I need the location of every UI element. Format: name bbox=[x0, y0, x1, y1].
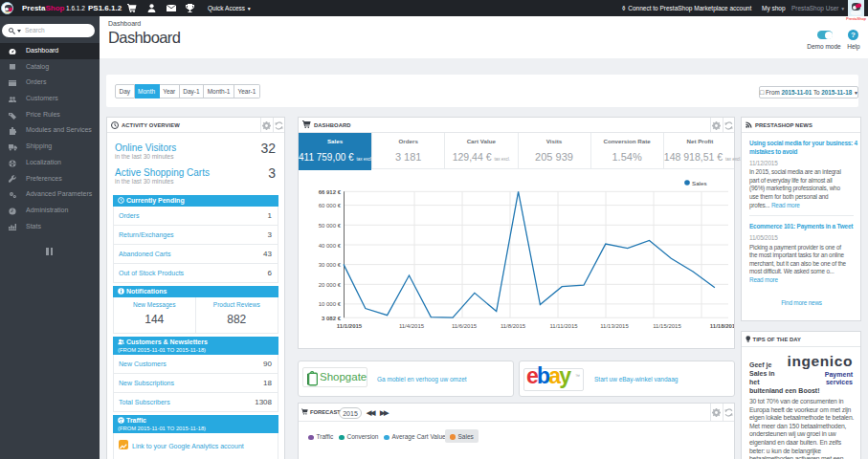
svg-text:30 000 €: 30 000 € bbox=[319, 262, 342, 268]
svg-text:20 000 €: 20 000 € bbox=[319, 282, 342, 288]
svg-text:10 000 €: 10 000 € bbox=[319, 301, 342, 307]
svg-text:11/1/2015: 11/1/2015 bbox=[337, 323, 363, 329]
svg-text:50 000 €: 50 000 € bbox=[319, 223, 342, 229]
svg-text:60 000 €: 60 000 € bbox=[319, 203, 342, 208]
svg-text:66 912 €: 66 912 € bbox=[319, 189, 342, 195]
svg-text:11/15/2015: 11/15/2015 bbox=[653, 323, 681, 329]
svg-text:11/18/201: 11/18/201 bbox=[710, 323, 734, 329]
svg-text:11/6/2015: 11/6/2015 bbox=[452, 323, 478, 329]
svg-text:11/13/2015: 11/13/2015 bbox=[600, 323, 629, 329]
svg-text:40 000 €: 40 000 € bbox=[319, 243, 342, 249]
svg-text:11/8/2015: 11/8/2015 bbox=[501, 323, 526, 329]
svg-text:Sales: Sales bbox=[692, 180, 706, 186]
svg-text:3 082 €: 3 082 € bbox=[322, 316, 342, 321]
svg-text:11/11/2015: 11/11/2015 bbox=[549, 323, 578, 329]
svg-text:11/4/2015: 11/4/2015 bbox=[399, 323, 425, 329]
